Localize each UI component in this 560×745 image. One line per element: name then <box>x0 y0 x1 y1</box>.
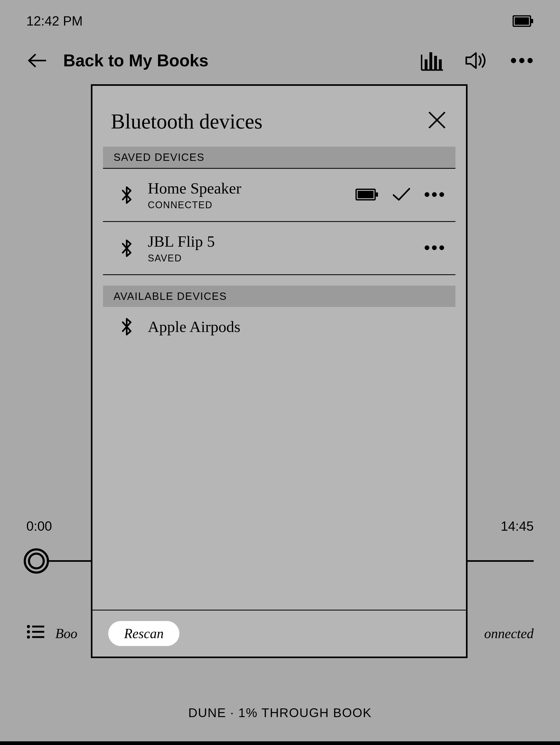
device-more-icon[interactable] <box>424 191 445 199</box>
top-nav: Back to My Books <box>0 45 560 76</box>
svg-rect-7 <box>429 53 432 70</box>
device-more-icon[interactable] <box>424 245 445 252</box>
close-icon[interactable] <box>427 109 447 131</box>
svg-rect-8 <box>434 56 437 70</box>
bottom-right-text: onnected <box>484 626 534 641</box>
svg-point-13 <box>528 58 533 63</box>
svg-rect-6 <box>425 60 428 70</box>
saved-devices-header: SAVED DEVICES <box>103 147 456 169</box>
device-status: SAVED <box>148 253 215 264</box>
available-devices-header: AVAILABLE DEVICES <box>103 286 456 307</box>
bluetooth-icon <box>119 318 134 336</box>
device-name: Apple Airpods <box>148 318 241 336</box>
device-status: CONNECTED <box>148 199 241 210</box>
elapsed-time: 0:00 <box>26 519 52 534</box>
back-title[interactable]: Back to My Books <box>63 51 208 70</box>
chapters-icon[interactable] <box>26 624 45 643</box>
saved-device-row[interactable]: Home Speaker CONNECTED <box>103 169 456 222</box>
progress-thumb[interactable] <box>24 548 49 574</box>
checkmark-icon <box>392 187 411 203</box>
rescan-button[interactable]: Rescan <box>108 621 179 646</box>
bluetooth-icon <box>119 186 134 204</box>
device-name: JBL Flip 5 <box>148 232 215 251</box>
equalizer-icon[interactable] <box>421 49 444 72</box>
svg-rect-1 <box>515 18 529 25</box>
svg-point-27 <box>439 192 444 197</box>
battery-icon <box>512 15 534 27</box>
bluetooth-dialog: Bluetooth devices SAVED DEVICES Home Spe… <box>91 84 468 658</box>
device-battery-icon <box>355 188 379 202</box>
svg-point-11 <box>511 58 516 63</box>
dialog-title: Bluetooth devices <box>111 109 262 133</box>
available-device-row[interactable]: Apple Airpods <box>103 307 456 347</box>
svg-rect-2 <box>531 19 533 23</box>
device-frame-edge <box>0 741 560 745</box>
remaining-time: 14:45 <box>501 519 534 534</box>
svg-point-14 <box>27 625 30 628</box>
svg-point-28 <box>425 245 429 250</box>
svg-point-15 <box>27 630 30 634</box>
svg-point-26 <box>432 192 437 197</box>
svg-rect-23 <box>358 191 374 198</box>
svg-point-29 <box>432 245 437 250</box>
status-time: 12:42 PM <box>26 13 83 29</box>
back-arrow-icon[interactable] <box>26 50 48 71</box>
device-name: Home Speaker <box>148 179 241 197</box>
saved-device-row[interactable]: JBL Flip 5 SAVED <box>103 222 456 275</box>
speaker-icon[interactable] <box>465 49 489 72</box>
more-icon[interactable] <box>510 49 534 72</box>
svg-marker-10 <box>466 53 476 68</box>
status-bar: 12:42 PM <box>0 10 560 32</box>
svg-point-16 <box>27 636 30 639</box>
bluetooth-icon <box>119 239 134 257</box>
svg-point-12 <box>519 58 524 63</box>
svg-point-25 <box>425 192 429 197</box>
svg-point-30 <box>439 245 444 250</box>
svg-rect-24 <box>376 192 378 197</box>
svg-rect-9 <box>439 60 442 70</box>
progress-footer: DUNE · 1% THROUGH BOOK <box>0 706 560 720</box>
dialog-footer: Rescan <box>92 610 466 656</box>
bottom-left-text: Boo <box>55 626 77 641</box>
